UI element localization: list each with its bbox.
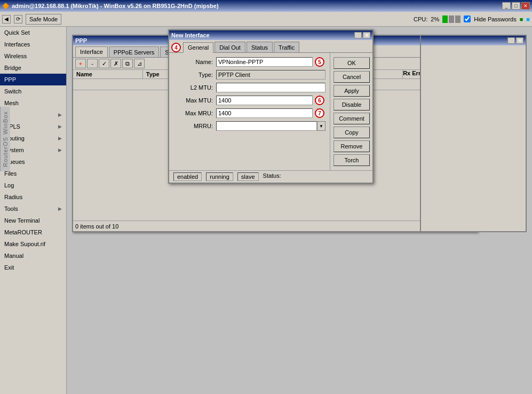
minimize-button[interactable]: _ (502, 2, 511, 10)
dialog-tab-dialout[interactable]: Dial Out (215, 42, 245, 52)
dialog-titlebar[interactable]: New Interface _ ✕ (169, 30, 372, 40)
dialog-tab-traffic[interactable]: Traffic (274, 42, 299, 52)
cpu-block-2 (449, 15, 454, 23)
sidebar-item-exit[interactable]: Exit (0, 262, 66, 273)
type-value: PPTP Client (216, 70, 325, 80)
bg-window-controls: _ ✕ (507, 37, 523, 44)
comment-button[interactable]: Comment (334, 113, 370, 124)
cpu-info: CPU: 2% Hide Passwords ■ ■ (414, 15, 530, 23)
type-row: Type: PPTP Client (173, 70, 325, 80)
sidebar-item-metarouter[interactable]: MetaROUTER (0, 226, 66, 238)
tab-interface[interactable]: Interface (75, 46, 108, 57)
dialog-close-button[interactable]: ✕ (363, 32, 370, 38)
sidebar-item-label: MetaROUTER (4, 229, 42, 235)
status-icon-blue: ■ (526, 16, 530, 22)
badge-5: 5 (315, 57, 324, 67)
col-name: Name (73, 70, 143, 78)
bg-minimize-button[interactable]: _ (507, 37, 515, 44)
sidebar-item-new-terminal[interactable]: New Terminal (0, 215, 66, 226)
copy-button[interactable]: ⧉ (122, 59, 133, 68)
arrow-icon: ▶ (58, 112, 62, 117)
sidebar-item-bridge[interactable]: Bridge (0, 62, 66, 74)
bg-window: _ ✕ (420, 35, 527, 232)
apply-button[interactable]: Apply (334, 85, 370, 97)
badge-6: 6 (315, 96, 324, 105)
max-mru-label: Max MRU: (173, 110, 216, 116)
hide-passwords-checkbox[interactable] (464, 15, 471, 22)
arrow-icon: ▶ (58, 147, 62, 153)
status-label: Status: (263, 172, 281, 181)
back-icon[interactable]: ◀ (2, 15, 11, 23)
tab-label: Interface (80, 49, 103, 55)
sidebar: Quick Set Interfaces Wireless Bridge PPP… (0, 27, 67, 394)
content-area: RouterOS WinBox PPP _ ✕ Interface PPPoE … (67, 27, 532, 394)
title-label: admin@192.168.88.1 (MikroTik) - WinBox v… (12, 3, 219, 9)
sidebar-item-make-supout[interactable]: Make Supout.rif (0, 238, 66, 250)
items-count: 0 items out of 10 (75, 223, 118, 230)
type-text: PPTP Client (218, 72, 250, 78)
dialog-minimize-button[interactable]: _ (354, 32, 362, 38)
mrru-input[interactable] (216, 121, 317, 131)
forward-icon[interactable]: ⟳ (14, 15, 22, 23)
remove-button[interactable]: - (87, 59, 98, 68)
sidebar-item-label: Log (4, 182, 14, 188)
safe-mode-button[interactable]: Safe Mode (26, 14, 61, 25)
sidebar-item-quickset[interactable]: Quick Set (0, 27, 66, 38)
tab-label: PPPoE Servers (114, 49, 154, 56)
dialog-buttons: OK Cancel Apply Disable Comment Copy Rem… (330, 53, 372, 170)
arrow-icon: ▶ (58, 136, 62, 141)
title-controls: _ □ ✕ (502, 2, 530, 10)
close-button[interactable]: ✕ (521, 2, 530, 10)
main-layout: Quick Set Interfaces Wireless Bridge PPP… (0, 27, 532, 394)
name-label: Name: (173, 59, 216, 65)
arrow-icon: ▶ (58, 124, 62, 129)
max-mtu-row: Max MTU: 6 (173, 96, 325, 105)
sidebar-item-label: Exit (4, 264, 14, 271)
dialog-status-bar: enabled running slave Status: (169, 170, 372, 183)
toolbar: ◀ ⟳ Safe Mode CPU: 2% Hide Passwords ■ ■ (0, 12, 532, 27)
sidebar-item-ppp[interactable]: PPP (0, 74, 66, 85)
disable-button[interactable]: Disable (334, 99, 370, 111)
ppp-status-bar: 0 items out of 10 (73, 220, 477, 231)
sidebar-item-label: Bridge (4, 65, 21, 71)
max-mtu-input[interactable] (216, 96, 313, 105)
dialog-content: Name: 5 Type: PPTP Client L2 MTU: (169, 53, 372, 170)
dialog-tab-status[interactable]: Status (247, 42, 273, 52)
disable-button[interactable]: ✗ (110, 59, 121, 68)
remove-button[interactable]: Remove (334, 140, 370, 152)
cpu-label: CPU: (414, 16, 427, 22)
bg-close-button[interactable]: ✕ (516, 37, 523, 44)
l2mtu-row: L2 MTU: (173, 83, 325, 92)
name-input[interactable] (216, 57, 313, 67)
sidebar-item-wireless[interactable]: Wireless (0, 50, 66, 62)
filter-button[interactable]: ⊿ (134, 59, 145, 68)
sidebar-item-log[interactable]: Log (0, 179, 66, 191)
torch-button[interactable]: Torch (334, 154, 370, 166)
sidebar-item-label: Make Supout.rif (4, 241, 45, 247)
tab-pppoe-servers[interactable]: PPPoE Servers (109, 46, 159, 57)
enable-button[interactable]: ✓ (99, 59, 109, 68)
cancel-button[interactable]: Cancel (334, 71, 370, 83)
max-mru-row: Max MRU: 7 (173, 108, 325, 118)
sidebar-item-switch[interactable]: Switch (0, 85, 66, 97)
sidebar-item-manual[interactable]: Manual (0, 250, 66, 262)
max-mru-input[interactable] (216, 108, 313, 118)
copy-button[interactable]: Copy (334, 127, 370, 138)
ok-button[interactable]: OK (334, 57, 370, 69)
status-running: running (206, 172, 233, 181)
dialog-tab-general[interactable]: General (183, 42, 213, 53)
dialog-title: New Interface (171, 32, 210, 38)
type-label: Type: (173, 72, 216, 78)
tab-label: Dial Out (219, 44, 241, 51)
sidebar-item-interfaces[interactable]: Interfaces (0, 38, 66, 50)
sidebar-item-label: Mesh (4, 100, 19, 106)
dialog-controls: _ ✕ (354, 32, 370, 38)
mrru-dropdown[interactable]: ▼ (317, 121, 325, 131)
add-button[interactable]: + (75, 59, 86, 68)
sidebar-item-radius[interactable]: Radius (0, 191, 66, 203)
sidebar-item-tools[interactable]: Tools ▶ (0, 203, 66, 215)
l2mtu-input[interactable] (216, 83, 325, 92)
status-enabled: enabled (173, 172, 202, 181)
tab-label: Status (251, 44, 268, 51)
maximize-button[interactable]: □ (512, 2, 520, 10)
